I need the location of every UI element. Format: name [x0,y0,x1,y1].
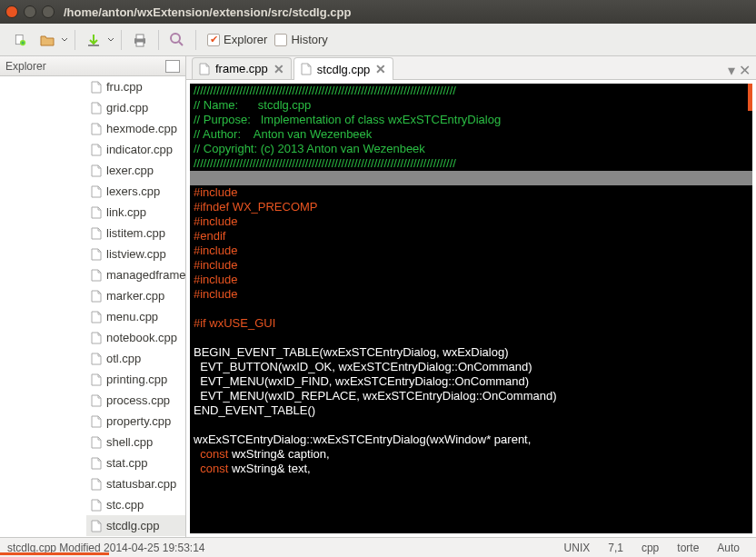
file-name: grid.cpp [106,101,148,114]
history-label: History [291,33,327,46]
file-name: fru.cpp [106,80,143,94]
code-line: wxExSTCEntryDialog::wxExSTCEntryDialog(w… [190,433,752,447]
code-line: #include [190,258,752,273]
code-line: BEGIN_EVENT_TABLE(wxExSTCEntryDialog, wx… [190,345,752,360]
file-item[interactable]: listitem.cpp [86,223,185,244]
code-line: #if wxUSE_GUI [190,316,752,331]
history-checkbox[interactable] [274,34,287,46]
titlebar: /home/anton/wxExtension/extension/src/st… [0,0,756,24]
editor-tab[interactable]: stcdlg.cpp✕ [293,57,394,80]
explorer-restore-icon[interactable] [165,60,180,73]
code-line: #include [190,273,752,287]
toolbar: Explorer History [0,24,756,56]
file-name: marker.cpp [106,289,164,303]
file-item[interactable]: stc.cpp [86,494,185,515]
editor-tab[interactable]: frame.cpp✕ [192,57,292,79]
code-line: #include [190,214,752,229]
code-line: ////////////////////////////////////////… [190,84,752,98]
file-name: lexers.cpp [106,184,160,198]
file-item[interactable]: menu.cpp [86,306,185,327]
code-line: END_EVENT_TABLE() [190,403,752,418]
file-item[interactable]: listview.cpp [86,244,185,264]
file-item[interactable]: link.cpp [86,202,185,223]
code-line: const wxString& text, [190,462,752,476]
explorer-checkbox[interactable] [207,34,220,46]
window-controls [5,5,55,18]
file-name: listitem.cpp [106,226,165,240]
find-button[interactable] [164,27,190,53]
file-item[interactable]: shell.cpp [86,432,185,453]
code-line: // Purpose: Implementation of class wxEx… [190,113,752,127]
code-line: EVT_MENU(wxID_FIND, wxExSTCEntryDialog::… [190,374,752,389]
file-item[interactable]: marker.cpp [86,285,185,306]
history-toggle[interactable]: History [274,33,327,46]
statusbar: stcdlg.cpp Modified 2014-04-25 19:53:14 … [0,537,756,557]
file-name: stat.cpp [106,456,148,470]
minimize-window-button[interactable] [24,5,36,18]
print-button[interactable] [127,27,153,53]
code-line: #include [190,287,752,302]
file-item[interactable]: lexers.cpp [86,181,185,202]
maximize-window-button[interactable] [42,5,55,18]
file-name: printing.cpp [106,373,167,386]
svg-point-6 [171,34,180,43]
tab-label: stcdlg.cpp [317,63,371,76]
save-dropdown[interactable] [106,36,115,44]
scroll-marker [748,84,752,111]
code-line: #include [190,244,752,258]
new-file-button[interactable] [7,27,33,53]
save-button[interactable] [81,27,106,53]
open-file-button[interactable] [35,27,60,53]
file-name: menu.cpp [106,310,158,323]
file-item[interactable]: statusbar.cpp [86,473,185,494]
close-all-tabs-icon[interactable]: ✕ [739,62,751,79]
tab-label: frame.cpp [215,62,268,75]
file-item[interactable]: fru.cpp [86,76,185,97]
file-name: process.cpp [106,393,170,407]
file-name: managedframe.cpp [106,268,185,282]
status-progress [0,552,109,555]
file-name: stcdlg.cpp [106,519,160,532]
tab-menu-dropdown-icon[interactable]: ▾ [728,62,735,79]
status-encoding: UNIX [555,542,600,554]
file-name: property.cpp [106,414,171,428]
code-line [190,418,752,433]
file-item[interactable]: notebook.cpp [86,327,185,348]
tab-actions: ▾ ✕ [728,62,756,79]
explorer-toggle[interactable]: Explorer [207,33,267,46]
code-line: EVT_MENU(wxID_REPLACE, wxExSTCEntryDialo… [190,389,752,403]
close-window-button[interactable] [5,5,18,18]
file-item[interactable]: stcdlg.cpp [86,515,185,536]
file-name: indicator.cpp [106,143,173,156]
file-name: lexer.cpp [106,164,154,177]
code-wrap: ////////////////////////////////////////… [186,80,756,537]
status-mode: Auto [708,542,749,554]
editor-pane: frame.cpp✕stcdlg.cpp✕ ▾ ✕ //////////////… [186,56,756,537]
tab-bar: frame.cpp✕stcdlg.cpp✕ ▾ ✕ [186,56,756,80]
explorer-title: Explorer [5,60,46,73]
file-name: notebook.cpp [106,331,177,344]
open-dropdown[interactable] [60,36,69,44]
file-item[interactable]: process.cpp [86,390,185,411]
file-list[interactable]: fru.cppgrid.cpphexmode.cppindicator.cppl… [0,76,185,537]
file-item[interactable]: hexmode.cpp [86,118,185,139]
file-item[interactable]: lexer.cpp [86,160,185,181]
code-line [190,331,752,345]
file-item[interactable]: managedframe.cpp [86,264,185,285]
file-item[interactable]: stat.cpp [86,453,185,473]
file-item[interactable]: printing.cpp [86,369,185,390]
file-name: listview.cpp [106,247,166,261]
code-editor[interactable]: ////////////////////////////////////////… [190,84,752,533]
close-tab-icon[interactable]: ✕ [273,63,285,75]
explorer-label: Explorer [224,33,267,46]
file-item[interactable]: otl.cpp [86,348,185,369]
code-line [190,171,752,185]
file-item[interactable]: indicator.cpp [86,139,185,160]
status-position: 7,1 [599,542,632,554]
file-name: shell.cpp [106,435,153,449]
close-tab-icon[interactable]: ✕ [374,63,387,75]
code-line: ////////////////////////////////////////… [190,156,752,171]
status-theme: torte [668,542,708,554]
file-item[interactable]: grid.cpp [86,97,185,118]
file-item[interactable]: property.cpp [86,411,185,432]
